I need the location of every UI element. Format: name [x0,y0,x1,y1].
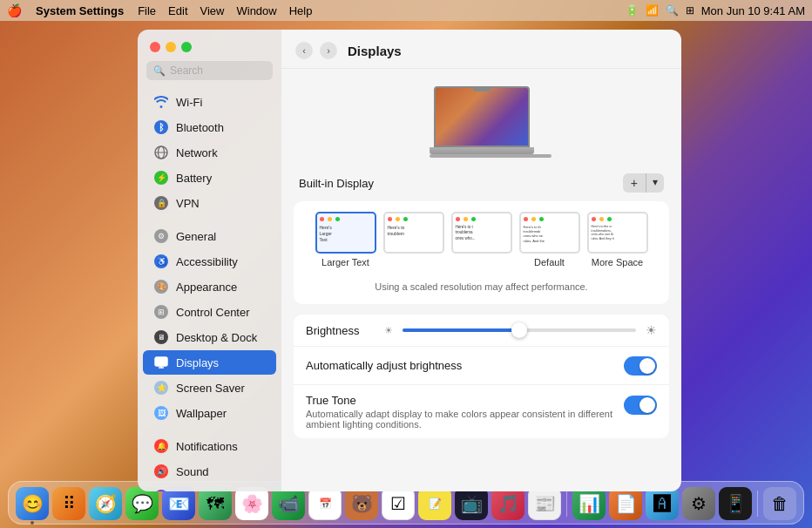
dock-item-mail[interactable]: 📧 [162,487,195,520]
res-option-2[interactable]: Here's totroublem [383,212,444,267]
sidebar-label-displays: Displays [176,356,219,369]
res-option-larger-text[interactable]: Here'sLargerText Larger Text [315,212,376,267]
maps-icon: 🗺 [206,494,224,514]
res-option-more-space[interactable]: Here's to the crtroublemakers,ones who s… [587,212,648,267]
dock-item-messages[interactable]: 💬 [125,487,159,520]
dock-separator [566,491,567,517]
photos-icon: 🌸 [241,493,263,514]
minimize-button[interactable] [166,42,176,52]
system-settings-icon: ⚙ [691,493,707,514]
brightness-slider-track[interactable] [403,328,636,332]
close-button[interactable] [150,42,160,52]
sound-icon: 🔊 [153,464,169,479]
control-center-icon: ⊞ [153,304,169,320]
search-menu-icon[interactable]: 🔍 [666,4,679,17]
page-title: Displays [348,44,402,58]
brightness-row: Brightness ☀ ☀ [294,315,669,347]
dock-item-pages[interactable]: 📄 [609,487,642,520]
display-name: Built-in Display [299,177,374,190]
dock-item-bear[interactable]: 🐻 [345,487,378,520]
settings-section: Brightness ☀ ☀ Automatically adjust brig… [294,315,669,438]
dock-item-system-settings[interactable]: ⚙ [682,487,715,520]
dock-item-reminders[interactable]: ☑ [382,487,415,520]
dock-item-music[interactable]: 🎵 [491,487,524,520]
res-label-default: Default [534,257,565,267]
news-icon: 📰 [534,493,556,514]
dock-item-safari[interactable]: 🧭 [89,487,122,520]
laptop-screen [434,86,530,147]
auto-brightness-row: Automatically adjust brightness [294,347,669,385]
true-tone-toggle[interactable] [624,396,657,415]
res-preview-larger-text: Here'sLargerText [315,212,376,254]
true-tone-row: True Tone Automatically adapt display to… [294,385,669,438]
sidebar-label-notifications: Notifications [176,440,238,453]
menu-window[interactable]: Window [236,4,276,17]
sidebar-item-focus[interactable]: 🌙 Focus [143,484,276,491]
sidebar-item-wifi[interactable]: Wi-Fi [143,90,276,114]
launchpad-icon: ⠿ [63,493,76,514]
maximize-button[interactable] [181,42,192,52]
sidebar-item-battery[interactable]: ⚡ Battery [143,166,276,190]
appstore-icon: 🅰 [653,494,671,514]
dock-item-numbers[interactable]: 📊 [572,487,606,520]
sidebar-label-vpn: VPN [176,197,200,210]
dock-item-tv[interactable]: 📺 [455,487,488,520]
forward-button[interactable]: › [320,42,337,59]
sidebar-item-notifications[interactable]: 🔔 Notifications [143,434,276,458]
dock-item-photos[interactable]: 🌸 [235,487,268,520]
toggle-thumb-true-tone [639,397,655,413]
screen-saver-icon: ⭐ [153,380,169,396]
sidebar-item-wallpaper[interactable]: 🖼 Wallpaper [143,401,276,425]
sidebar-item-accessibility[interactable]: ♿ Accessibility [143,249,276,274]
sidebar: 🔍 Wi-Fi ᛒ Bluetooth Network [138,30,281,491]
dock-item-launchpad[interactable]: ⠿ [52,487,85,520]
sidebar-item-bluetooth[interactable]: ᛒ Bluetooth [143,115,276,139]
dock-item-maps[interactable]: 🗺 [199,487,232,520]
sidebar-item-control-center[interactable]: ⊞ Control Center [143,300,276,324]
sidebar-label-network: Network [176,146,218,159]
dock-item-calendar[interactable]: 📅 [308,487,342,520]
menu-edit[interactable]: Edit [168,4,187,17]
reminders-icon: ☑ [390,493,406,514]
menubar-left: 🍎 System Settings File Edit View Window … [7,3,312,17]
sidebar-item-screen-saver[interactable]: ⭐ Screen Saver [143,376,276,400]
main-content: ‹ › Displays Built-in Display + ▾ [281,30,681,491]
dock-item-iphone-mirroring[interactable]: 📱 [719,487,752,520]
battery-sidebar-icon: ⚡ [153,170,169,186]
desktop-dock-icon: 🖥 [153,329,169,345]
sidebar-label-bluetooth: Bluetooth [176,121,224,134]
sidebar-item-appearance[interactable]: 🎨 Appearance [143,274,276,299]
res-preview-more-space: Here's to the crtroublemakers,ones who s… [587,212,648,254]
dock-item-news[interactable]: 📰 [528,487,561,520]
dock-item-appstore[interactable]: 🅰 [646,487,679,520]
dock-item-facetime[interactable]: 📹 [272,487,305,520]
sidebar-item-displays[interactable]: Displays [143,350,276,375]
dock-item-notes[interactable]: 📝 [418,487,451,520]
search-bar[interactable]: 🔍 [146,61,273,80]
auto-brightness-toggle[interactable] [624,356,657,376]
back-button[interactable]: ‹ [295,42,313,59]
menu-help[interactable]: Help [289,4,313,17]
control-center-icon[interactable]: ⊞ [686,4,694,17]
iphone-icon: 📱 [725,493,747,514]
laptop-base [430,147,534,154]
menu-view[interactable]: View [200,4,225,17]
add-display-button[interactable]: + ▾ [623,173,664,193]
toggle-thumb-auto-brightness [639,358,655,374]
menubar: 🍎 System Settings File Edit View Window … [0,0,812,21]
apple-menu[interactable]: 🍎 [7,3,22,17]
menu-file[interactable]: File [138,4,156,17]
vpn-icon: 🔒 [153,195,169,211]
res-option-3[interactable]: Here's to ttroublemaones who... [451,212,512,267]
sidebar-item-sound[interactable]: 🔊 Sound [143,459,276,484]
sidebar-item-network[interactable]: Network [143,140,276,165]
search-input[interactable] [170,64,266,77]
sidebar-label-screen-saver: Screen Saver [176,382,245,395]
sidebar-item-vpn[interactable]: 🔒 VPN [143,191,276,215]
sidebar-label-accessibility: Accessibility [176,255,238,268]
dock-item-finder[interactable]: 😊 [16,487,49,520]
dock-item-trash[interactable]: 🗑 [763,487,796,520]
sidebar-item-general[interactable]: ⚙ General [143,224,276,248]
sidebar-item-desktop-dock[interactable]: 🖥 Desktop & Dock [143,325,276,349]
res-option-default[interactable]: Here's to thtroublemakones who serules. … [519,212,580,267]
